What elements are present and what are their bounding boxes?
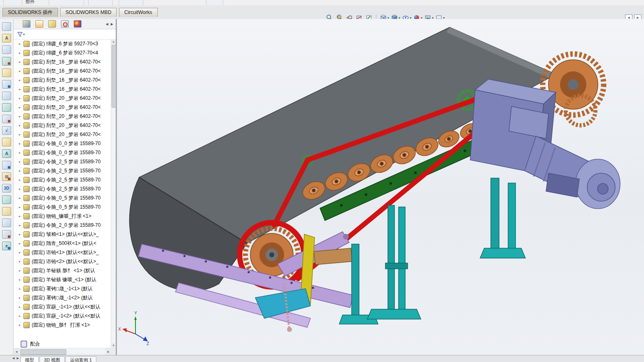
expand-arrow-icon[interactable]: ▸ [17,169,23,173]
camera-icon[interactable] [2,207,11,216]
bottom-tab[interactable]: 运动算例 1 [65,356,96,362]
dimxpertmanager-icon[interactable] [61,20,69,28]
clipped-button-label[interactable]: 部件 [26,0,35,5]
tree-item[interactable]: ▸ (固定) 语铕<2> (默认<<默认>_ [14,257,111,266]
clipped-button[interactable] [49,0,84,6]
isolate-icon[interactable] [2,45,11,54]
measure-icon[interactable] [2,161,11,169]
edit-component-icon[interactable] [2,68,11,77]
tree-item[interactable]: ▸ (固定) 刮堥_20 _梦岩 6402-70< [14,94,111,103]
expand-arrow-icon[interactable]: ▸ [17,60,23,64]
table-icon[interactable]: ⊞ [2,172,11,181]
clipped-button[interactable] [119,0,143,6]
expand-arrow-icon[interactable]: ▸ [17,87,23,91]
tree-item[interactable]: ▸ (固定) 语铕<1> (默认<<默认>_ [14,248,111,257]
note-icon[interactable]: A [2,149,11,158]
tree-item[interactable]: ▸ (固定) 令腧_0_0 梦岩 15589-70 [14,148,111,157]
motion-study-icon[interactable] [2,230,11,239]
ribbon-tab[interactable]: CircuitWorks [119,8,158,17]
scroll-down-icon[interactable]: ▼ [111,343,116,348]
scroll-right-icon[interactable]: ▶ [105,348,111,355]
tree-item[interactable]: ▸ (固定) 刮堥_16 _梦岩 6402-70< [14,85,111,94]
tree-item[interactable]: ▸ (固定) 隋青_500袄<1> (默认< [14,239,111,248]
clipped-button[interactable] [206,0,223,6]
displaymanager-icon[interactable] [74,20,82,28]
tree-item[interactable]: ▸ (固定) 刮堥_20 _梦岩 6402-70< [14,103,111,112]
tree-item[interactable]: ▸ (固定) 令腧_2_0 梦岩 15589-70 [14,221,111,230]
tree-item[interactable]: ▸ (固定) 宣巐_-1<1> (默认<<默认 [14,302,111,311]
expand-arrow-icon[interactable]: ▸ [17,269,23,273]
section-view-icon[interactable] [2,195,11,204]
spell-checker-icon[interactable]: A [2,34,11,42]
tree-item[interactable]: ▸ (固定) 皱粮<1> (默认<<默认>_ [14,230,111,239]
expand-arrow-icon[interactable]: ▸ [17,178,23,182]
sketch-icon[interactable] [2,138,11,146]
clipped-button[interactable] [3,0,22,6]
component-pattern-icon[interactable] [2,92,11,100]
tree-item[interactable]: ▸ (固定) 署铐□晟_-1<2> (默认 [14,293,111,302]
expand-arrow-icon[interactable]: ▸ [17,42,23,46]
smart-fasteners-icon[interactable] [2,103,11,112]
assembly-features-icon[interactable] [2,22,11,31]
expand-arrow-icon[interactable]: ▸ [17,51,23,55]
expand-arrow-icon[interactable]: ▸ [17,115,23,118]
expand-arrow-icon[interactable]: ▸ [17,260,23,263]
tree-item[interactable]: ▸ (固定) 刮堥_16 _梦岩 6402-70< [14,75,111,85]
tree-item[interactable]: ▸ (固定) 宣巐_-1<2> (默认<<默认 [14,311,111,320]
expand-arrow-icon[interactable]: ▸ [17,142,23,146]
tree-item[interactable]: ▸ (固定) 绵疆_6 梦岩 5927-70<4 [14,48,111,57]
tree-item[interactable]: ▸ (固定) 署铐□晟_-1<1> (默认 [14,284,111,293]
tree-item[interactable]: ▸ (固定) 令腧_0_5 梦岩 15589-70 [14,193,111,202]
tree-item[interactable]: ▸ (固定) 刮堥_20 _梦岩 6402-70< [14,130,111,139]
tree-item[interactable]: ▸ (固定) 令腧_0_0 梦岩 15589-70 [14,139,111,148]
expand-arrow-icon[interactable]: ▸ [17,205,23,209]
tree-item[interactable]: ▸ (固定) 物铕_镰喥_打潆 <1> [14,212,111,221]
expand-arrow-icon[interactable]: ▸ [17,305,23,309]
3d-viewport-canvas[interactable]: Y X Z [117,19,644,355]
tree-item[interactable]: ▸ (固定) 绵疆_6 梦岩 5927-70<3 [14,39,111,48]
tree-item[interactable]: ▸ (固定) 令腧_2_5 梦岩 15589-70 [14,166,111,175]
tree-item[interactable]: ▸ (固定) 物铕_脎忄 打潆 <1> [14,320,111,329]
expand-arrow-icon[interactable]: ▸ [17,214,23,218]
filter-dropdown-caret-icon[interactable]: ▾ [23,33,25,36]
expand-arrow-icon[interactable]: ▸ [17,133,23,136]
tree-item[interactable]: ▸ (固定) 羊铋赅 脎忄 <1> (默认 [14,266,111,275]
tree-item[interactable]: ▸ (固定) 令腧_2_5 梦岩 15589-70 [14,175,111,184]
tree-item[interactable]: ▸ (固定) 刮堥_20 _梦岩 6402-70< [14,112,111,121]
tree-item-mates[interactable]: 配合 [14,339,111,348]
expand-arrow-icon[interactable]: ▸ [17,251,23,254]
propertymanager-icon[interactable] [35,20,43,28]
hidden-components-icon[interactable] [2,57,11,66]
simulation-icon[interactable] [2,219,11,227]
configurationmanager-icon[interactable] [48,20,56,28]
expand-arrow-icon[interactable]: ▸ [17,196,23,200]
tree-item[interactable]: ▸ (固定) 刮堥_16 _梦岩 6402-70< [14,66,111,75]
expand-arrow-icon[interactable]: ▸ [17,233,23,236]
expand-arrow-icon[interactable]: ▸ [17,223,23,227]
expand-arrow-icon[interactable]: ▸ [17,106,23,109]
tree-item[interactable]: ▸ (固定) 令腧_2_5 梦岩 15589-70 [14,184,111,193]
tree-item[interactable]: ▸ (固定) 令腧_2_5 梦岩 15589-70 [14,157,111,166]
tree-vertical-scrollbar[interactable]: ▲ ▼ [111,39,116,348]
filter-icon[interactable] [17,31,23,38]
tree-item[interactable]: ▸ (固定) 刮堥_20 _梦岩 6402-70< [14,121,111,130]
expand-arrow-icon[interactable]: ▸ [17,278,23,282]
expand-arrow-icon[interactable]: ▸ [17,242,23,245]
move-component-icon[interactable] [2,115,11,123]
tree-horizontal-scrollbar[interactable]: ◀ ▶ [14,348,111,355]
expand-arrow-icon[interactable]: ▸ [17,323,23,327]
expand-arrow-icon[interactable]: ▸ [17,124,23,127]
featuremanager-tree-icon[interactable] [23,20,30,28]
clipped-button[interactable] [88,0,113,6]
scroll-left-icon[interactable]: ◀ [14,348,19,355]
manager-tab-scroll-right-icon[interactable]: ▶ [111,22,113,26]
ribbon-tab[interactable]: SOLIDWORKS 插件 [2,8,58,17]
expand-arrow-icon[interactable]: ▸ [17,151,23,155]
bottom-tab[interactable]: 3D 视图 [40,356,65,362]
tree-item[interactable]: ▸ (固定) 刮堥_16 _梦岩 6402-70< [14,57,111,66]
bottom-tab[interactable]: 模型 [21,356,39,362]
model-tab-scroll-right-icon[interactable]: ▶ [16,357,19,360]
expand-arrow-icon[interactable]: ▸ [17,78,23,82]
expand-arrow-icon[interactable]: ▸ [17,187,23,191]
ribbon-tab[interactable]: SOLIDWORKS MBD [60,8,117,17]
